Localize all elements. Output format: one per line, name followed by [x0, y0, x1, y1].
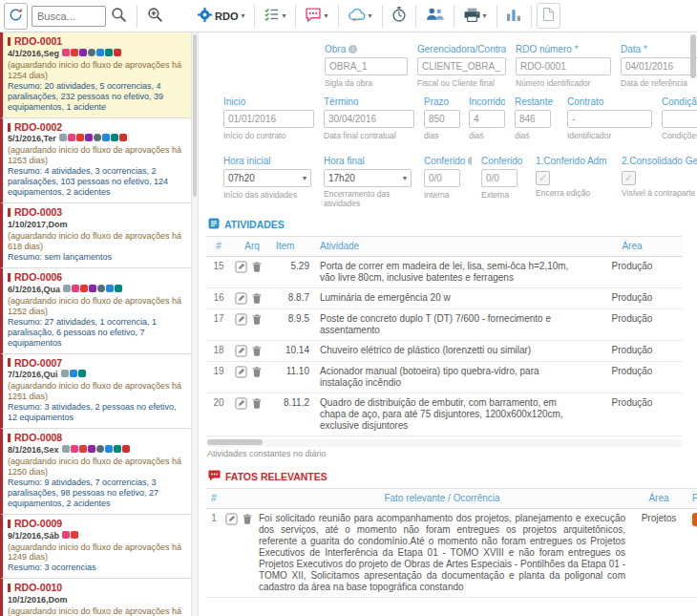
- people-icon: [70, 370, 77, 377]
- prazo-helper: dias: [424, 131, 459, 140]
- edit-icon[interactable]: [235, 345, 247, 357]
- rdo-item-title: RDO-0009: [8, 518, 185, 530]
- hora-final-select[interactable]: 17h20 ▾: [324, 169, 412, 187]
- rdo-menu-button[interactable]: RDO ▾: [193, 5, 249, 28]
- hora-inicial-select[interactable]: 07h20 ▾: [223, 169, 311, 187]
- truck-icon: [115, 285, 122, 292]
- row-number: 17: [206, 313, 231, 325]
- rdo-item-date-row: 10/1/2016,Dom: [8, 595, 185, 605]
- delete-icon[interactable]: [251, 397, 263, 410]
- hora-final-helper: Encerramento das atividades: [324, 190, 414, 209]
- sidebar-scrollbar-thumb[interactable]: [193, 34, 197, 197]
- item-bullet-icon: [8, 273, 11, 282]
- col-fato: Fato relevante / Ocorrência: [256, 493, 628, 504]
- conferido-adm-checkbox[interactable]: [536, 171, 550, 185]
- conferido-interna-input[interactable]: [424, 169, 460, 187]
- rdo-list-item[interactable]: RDO-0007 7/1/2016,Qui (aguardando inicio…: [0, 354, 191, 430]
- conferido-externa-helper: Externa: [481, 190, 526, 200]
- conferido-externa-input[interactable]: [481, 169, 517, 187]
- edit-icon[interactable]: [235, 313, 247, 326]
- rdo-list-item[interactable]: RDO-0006 6/1/2016,Qua (aguardando inicio…: [0, 268, 191, 354]
- delete-icon[interactable]: [251, 261, 263, 273]
- delete-icon[interactable]: [251, 292, 263, 305]
- rdo-id: RDO-0001: [14, 35, 62, 48]
- rdo-list-item[interactable]: RDO-0008 8/1/2016,Sex (aguardando inicio…: [0, 429, 191, 515]
- obra-input[interactable]: [325, 57, 408, 75]
- rdo-numero-input[interactable]: [516, 57, 611, 75]
- edit-icon[interactable]: [235, 397, 247, 410]
- delete-icon[interactable]: [251, 366, 263, 378]
- chevron-down-icon: ▾: [324, 11, 327, 20]
- rdo-list-item[interactable]: RDO-0001 4/1/2016,Seg (aguardando inicio…: [0, 32, 191, 118]
- rdo-date: 6/1/2016,Qua: [8, 285, 60, 295]
- workforce-button[interactable]: [421, 5, 449, 27]
- chart-button[interactable]: [502, 5, 526, 27]
- document-button[interactable]: [537, 3, 560, 29]
- incorrido-helper: dias: [469, 131, 505, 140]
- gerenciadora-input[interactable]: [417, 57, 506, 75]
- termino-input[interactable]: [324, 110, 414, 128]
- atividades-section-header: ATIVIDADES: [208, 218, 697, 231]
- delete-icon[interactable]: [251, 345, 263, 357]
- people-icon: [105, 445, 113, 453]
- restante-input[interactable]: [515, 110, 551, 128]
- fatos-chat-icon: [208, 470, 221, 483]
- contrato-input[interactable]: [567, 110, 652, 128]
- data-input[interactable]: [621, 57, 697, 75]
- refresh-button[interactable]: [4, 3, 28, 30]
- rdo-status-text: (aguardando inicio do fluxo de aprovaçõe…: [8, 457, 185, 478]
- page-scrollbar-thumb[interactable]: [690, 34, 696, 78]
- rdo-item-date-row: 8/1/2016,Sex: [8, 445, 185, 456]
- document-icon: [543, 8, 554, 24]
- atividade-text: Acionador manual (botoeira) tipo quebra-…: [317, 366, 586, 389]
- rdo-item-date-row: 1/10/2017,Dom: [8, 220, 185, 230]
- rdo-item-title: RDO-0008: [8, 432, 185, 444]
- rdo-list-item[interactable]: RDO-0009 9/1/2016,Sáb (aguardando inicio…: [0, 515, 191, 580]
- edit-icon[interactable]: [235, 366, 247, 378]
- atividades-hscroll-thumb[interactable]: [207, 439, 263, 445]
- accident-icon: [119, 134, 127, 141]
- truck-icon: [78, 370, 86, 377]
- search-button[interactable]: [106, 4, 132, 29]
- timer-button[interactable]: [388, 4, 411, 28]
- inicio-input[interactable]: [223, 110, 314, 128]
- prazo-input[interactable]: [424, 110, 460, 128]
- rdo-resumo-text: Resumo: 27 atividades, 1 ocorrencia, 1 p…: [8, 317, 185, 349]
- edit-icon[interactable]: [235, 292, 247, 305]
- item-bullet-icon: [8, 434, 11, 442]
- prazo-field: Prazo dias: [424, 96, 469, 140]
- checklist-icon: [264, 8, 279, 24]
- comments-menu-button[interactable]: ▾: [301, 5, 332, 28]
- rdo-status-text: (aguardando inicio do fluxo de aprovaçõe…: [8, 231, 185, 252]
- flag-icon: [79, 445, 87, 453]
- gerenciadora-helper: Fiscal ou Cliente final: [417, 78, 506, 88]
- consolidado-ger-checkbox[interactable]: [622, 171, 636, 185]
- contrato-label: Contrato: [567, 96, 652, 107]
- rdo-date: 10/1/2016,Dom: [8, 595, 68, 605]
- checklist-menu-button[interactable]: ▾: [260, 5, 290, 27]
- col-arq: Arq: [231, 241, 273, 252]
- incorrido-input[interactable]: [469, 110, 505, 128]
- edit-icon[interactable]: [235, 261, 247, 273]
- rdo-item-title: RDO-0002: [8, 121, 185, 134]
- delete-icon[interactable]: [251, 313, 263, 326]
- atividades-table-body: 15 5.29 Porta de correr em madeira de le…: [206, 257, 697, 436]
- paperclip-icon: [59, 134, 67, 141]
- col-num: #: [206, 241, 231, 252]
- delete-icon[interactable]: [242, 513, 253, 525]
- truck-icon: [111, 134, 118, 141]
- print-menu-button[interactable]: ▾: [459, 5, 492, 28]
- rdo-item-title: RDO-0007: [8, 357, 185, 370]
- rdo-list-item[interactable]: RDO-0003 1/10/2017,Dom (aguardando inici…: [0, 203, 191, 268]
- atividades-list-icon: [208, 218, 220, 231]
- search-input[interactable]: [32, 6, 106, 27]
- hora-inicial-helper: Início das atividades: [223, 190, 314, 200]
- prazo-label: Prazo: [424, 96, 459, 107]
- edit-icon[interactable]: [225, 513, 238, 525]
- zoom-in-button[interactable]: [142, 4, 168, 29]
- weather-menu-button[interactable]: ▾: [344, 5, 377, 27]
- rdo-list-item[interactable]: RDO-0010 10/1/2016,Dom (aguardando inici…: [0, 579, 191, 616]
- rdo-list-item[interactable]: RDO-0002 5/1/2016,Ter (aguardando inicio…: [0, 118, 191, 204]
- toolbar-separator: [496, 5, 497, 28]
- clock-icon: [88, 49, 95, 56]
